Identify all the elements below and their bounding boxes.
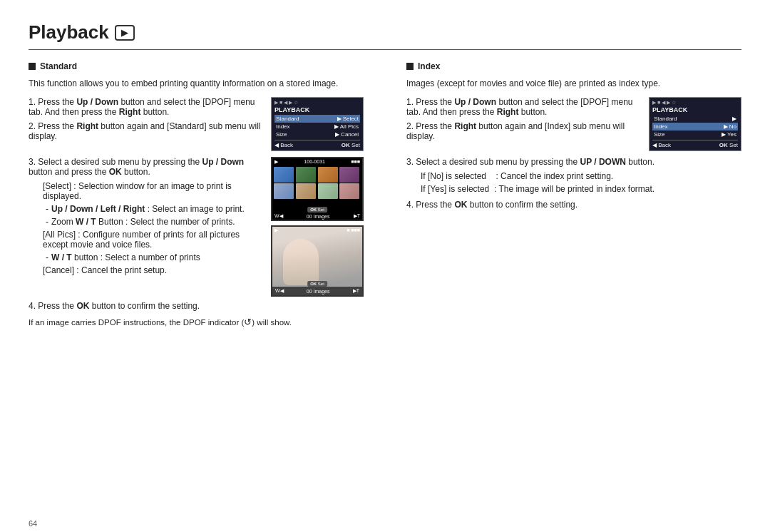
right-step-2: 2. Press the Right button again and [Ind… [406,121,640,141]
right-step1-block: 1. Press the Up / Down button and select… [406,97,741,151]
screen1-footer: ◀ Back OK Set [274,140,360,148]
photo-screens: ▶ 100-0031 ■■■ W [271,157,364,297]
standard-section-header: Standard [29,61,364,71]
step-3: 3. Select a desired sub menu by pressing… [29,157,262,177]
wt-bullet: - W / T button : Select a number of prin… [46,252,262,262]
index-intro: Images (except for movies and voice file… [406,77,741,90]
step3-bold1: Up / Down [202,157,244,167]
thumb-2 [296,167,316,183]
icon2-2: ■ [657,100,660,106]
photo-large-bg: ▶ ■ ■■■ W◀ 00 Images ▶T OK Set [272,227,362,295]
thumb-1 [274,167,294,183]
right-step1-bold2: Right [497,107,519,117]
photo-screen-large: ▶ ■ ■■■ W◀ 00 Images ▶T OK Set [271,225,364,297]
photo-large-icon: ▶ [274,227,278,233]
index-section-header: Index [406,61,741,71]
right-step1-text: 1. Press the Up / Down button and select… [406,97,640,151]
thumb-4 [339,167,359,183]
left-column: Standard This function allows you to emb… [29,61,371,329]
screen1-row1: Standard▶ Select [274,115,360,123]
right-step1-bold1: Up / Down [454,97,496,107]
screen1-back: ◀ Back [274,142,293,148]
standard-label: Standard [40,61,77,71]
screen1-ok: OK Set [342,142,360,148]
main-content: Standard This function allows you to emb… [29,61,741,329]
step3-num: 3. [29,157,38,167]
index-label: Index [418,61,440,71]
photo-large-ok: OK Set [307,281,327,287]
standard-intro: This function allows you to embed printi… [29,77,364,90]
icon4: ▶ [289,100,292,106]
menu-screen-2: ▶ ■ ◀ ▶ ☆ PLAYBACK Standard▶ Index▶ No S [649,97,741,151]
icon2-3: ◀ [662,100,665,106]
photo-large-bottom: W◀ 00 Images ▶T [272,287,362,295]
right-step2-num: 2. [406,121,416,131]
thumb-8 [339,183,359,199]
playback-icon: ▶ [115,25,135,41]
step1-num: 1. [29,97,38,107]
zoom-bullet: - Zoom W / T Button : Select the number … [46,217,262,227]
photo-battery: ■■■ [351,159,360,165]
photo-screen-top-bar: ▶ 100-0031 ■■■ [272,158,362,165]
updown-bullet: - Up / Down / Left / Right : Select an i… [46,204,262,214]
icon1: ▶ [274,100,278,106]
step3-block: 3. Select a desired sub menu by pressing… [29,157,364,297]
step4-num: 4. [29,301,38,311]
icon2-5: ☆ [672,100,676,106]
t-label: ▶T [354,213,360,219]
step2-bold1: Right [76,121,98,131]
step4-bold: OK [76,301,89,311]
ok-set-label: OK Set [307,207,327,213]
right-column: Index Images (except for movies and voic… [399,61,741,329]
cancel-note: [Cancel] : Cancel the print setup. [43,265,262,275]
step3-bold2: OK [109,167,122,177]
screen2-row2: Index▶ No [652,123,738,131]
screen2-icons: ▶ ■ ◀ ▶ ☆ [652,100,738,106]
page-number: 64 [29,519,37,528]
menu-screen-1: ▶ ■ ◀ ▶ ☆ PLAYBACK Standard▶ Select Inde… [271,97,364,151]
photo-large-images: 00 Images [307,289,330,294]
right-step-4: 4. Press the OK button to confirm the se… [406,200,741,210]
screen1-row2: Index▶ All Pics [274,123,360,131]
photo-icon: ▶ [274,159,278,165]
step3-text: 3. Select a desired sub menu by pressing… [29,157,262,278]
screen2-row1: Standard▶ [652,115,738,123]
screen2-title: PLAYBACK [652,106,738,113]
screen2-back: ◀ Back [652,142,671,148]
dpof-symbol: ↺ [244,317,252,327]
menu-screen-2-container: ▶ ■ ◀ ▶ ☆ PLAYBACK Standard▶ Index▶ No S [649,97,741,151]
screen2-footer: ◀ Back OK Set [652,140,738,148]
photo-large-t: ▶T [353,288,359,294]
icon2: ■ [279,100,282,106]
thumb-7 [318,183,338,199]
photo-large-mode: ■ ■■■ [346,227,360,233]
select-note: [Select] : Selection window for an image… [43,181,262,201]
right-step-1: 1. Press the Up / Down button and select… [406,97,640,117]
step2-num: 2. [29,121,38,131]
icon3: ◀ [284,100,287,106]
step1-block: 1. Press the Up / Down button and select… [29,97,364,151]
right-step4-bold: OK [454,200,467,210]
right-step-3: 3. Select a desired sub menu by pressing… [406,157,741,167]
photo-file-num: 100-0031 [304,159,325,165]
screen1-row3: Size▶ Cancel [274,131,360,138]
screen2-row3: Size▶ Yes [652,131,738,138]
photo-screen-bottom-bar: W◀ 00 Images ▶T [272,213,362,220]
title-text: Playback [29,21,109,44]
images-label: 00 Images [307,214,330,219]
photo-figure [283,239,319,285]
step1-text: 1. Press the Up / Down button and select… [29,97,262,151]
right-step3-bold1: UP / DOWN [580,157,625,167]
screen1-title: PLAYBACK [274,106,360,113]
if-no-note: If [No] is selected : Cancel the index p… [421,171,741,181]
photo-large-top: ▶ ■ ■■■ [272,227,362,234]
photo-large-w: W◀ [275,288,284,294]
thumb-5 [274,183,294,199]
right-step2-bold1: Right [454,121,476,131]
icon2-1: ▶ [652,100,656,106]
bullet-icon [29,63,36,70]
screen2-ok: OK Set [719,142,738,148]
icon2-4: ▶ [667,100,670,106]
dpof-note: If an image carries DPOF instructions, t… [29,315,364,329]
right-step1-num: 1. [406,97,416,107]
